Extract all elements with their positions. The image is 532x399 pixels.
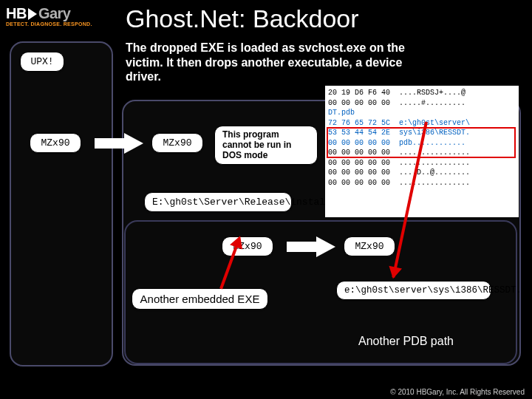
hex-line: 53 53 44 54 2E sys\i386\RESSDT. [328,129,470,137]
copyright-footer: © 2010 HBGary, Inc. All Rights Reserved [390,388,525,396]
dos-message-box: This program cannot be run in DOS mode [214,126,318,165]
embedded-exe-label: Another embedded EXE [132,288,268,310]
hex-line: 00 00 00 00 00 ................ [328,159,470,167]
arrow-right-1-body [95,138,124,149]
brand-logo: HBGary DETECT. DIAGNOSE. RESPOND. [6,6,113,35]
hex-dump: 20 19 D6 F6 40 ....RSDSJ+....@ 00 00 00 … [325,86,519,217]
hex-line: 00 00 00 00 00 .....#......... [328,99,466,107]
arrow-right-2-head [316,236,335,257]
arrow-right-1-head [124,133,143,154]
slide-title: Ghost.Net: Backdoor [126,4,359,33]
upx-label: UPX! [20,52,64,72]
hex-line: 00 00 00 00 00 ................ [328,179,470,187]
logo-tagline: DETECT. DIAGNOSE. RESPOND. [6,21,113,27]
logo-text-a: HB [6,5,27,21]
hex-line: 00 00 00 00 00 ....D..@........ [328,168,470,177]
slide-subtitle: The dropped EXE is loaded as svchost.exe… [126,41,414,84]
hex-line: 00 00 00 00 00 ................ [328,149,470,157]
mz-box-3: MZx90 [222,236,273,256]
left-panel [10,41,113,366]
mz-box-4: MZx90 [344,236,395,256]
logo-text-b: Gary [38,5,71,21]
pdb-path-2: e:\gh0st\server\sys\i386\RESSDT.pdb [336,281,491,300]
hex-line: DT.pdb [328,109,355,117]
hex-line: 20 19 D6 F6 40 ....RSDSJ+....@ [328,89,466,97]
hex-line: 00 00 00 00 00 pdb............ [328,139,466,147]
mz-box-2: MZx90 [151,133,203,153]
pdb-path-1: E:\gh0st\Server\Release\install.pdb [144,192,292,212]
play-icon [28,8,37,20]
mz-box-1: MZx90 [30,133,81,153]
another-pdb-label: Another PDB path [358,335,454,348]
arrow-right-2-body [287,242,316,252]
hex-line: 72 76 65 72 5C e:\gh0st\server\ [328,119,470,127]
